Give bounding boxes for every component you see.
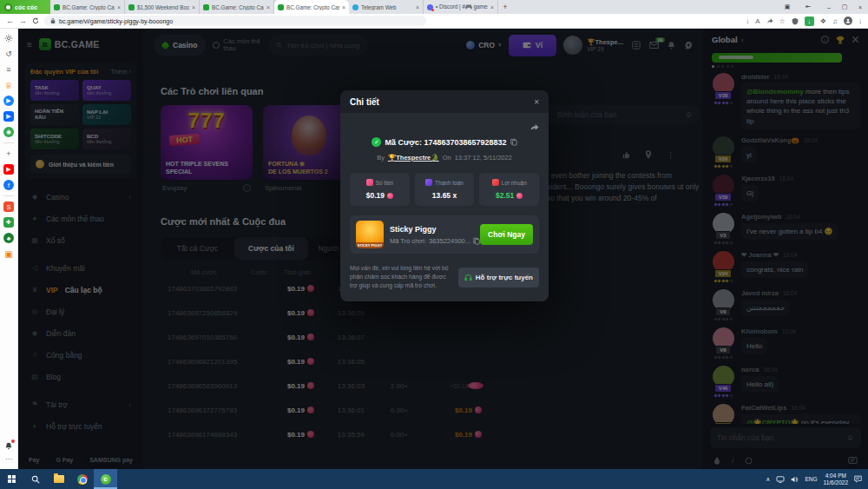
maximize-button[interactable]: ▢ xyxy=(837,3,852,10)
game-card[interactable]: 777 HOT HOT TRIPLE SEVENS SPECIAL Evopla… xyxy=(161,105,253,192)
trophy-icon[interactable] xyxy=(836,36,845,44)
chevron-right-icon[interactable]: › xyxy=(741,36,744,44)
vip-tile[interactable]: HOÀN TIỀN XẤU xyxy=(30,104,79,125)
browser-tab[interactable]: BC.Game: Crypto Casino Gan × xyxy=(200,0,274,14)
clock[interactable]: 4:04 PM 11/6/2022 xyxy=(824,472,848,486)
game-search[interactable] xyxy=(268,35,368,56)
volume-icon[interactable] xyxy=(791,476,799,483)
browser-tab[interactable]: BC.Game: Crypto Casino Gam × xyxy=(50,0,125,14)
coccoc-download-icon[interactable]: ↓ xyxy=(805,17,814,26)
adblock-shield-icon[interactable] xyxy=(792,17,799,25)
bcgame-logo[interactable]: B BC.GAME xyxy=(39,38,100,50)
casino-nav-button[interactable]: Casino xyxy=(154,35,206,56)
emoji-smiley-icon[interactable]: ☺ xyxy=(685,110,693,119)
network-icon[interactable] xyxy=(776,476,785,483)
start-button[interactable] xyxy=(0,469,23,489)
translate-icon[interactable]: A xyxy=(755,17,760,25)
bell-icon[interactable] xyxy=(667,41,675,50)
downloads-tray-icon[interactable]: ↓ xyxy=(858,17,862,25)
sidebar-menu-item[interactable]: ◁ Khuyến mãi xyxy=(18,257,143,279)
chat-username[interactable]: Ageijomyiwb xyxy=(741,213,781,221)
referral-banner[interactable]: Giới thiệu và kiếm tiền xyxy=(30,155,131,174)
tab-close-icon[interactable]: × xyxy=(192,4,195,10)
facebook-icon[interactable]: f xyxy=(3,180,14,190)
wallet-button[interactable]: Ví xyxy=(509,35,557,56)
messenger-icon[interactable]: ▶ xyxy=(3,96,14,106)
browser-tab[interactable]: $1,500 Weekend Booongo M × xyxy=(125,0,200,14)
sidebar-menu-item[interactable]: ◊ Công bằng xyxy=(18,344,143,366)
sidebar-menu-item[interactable]: ◆ Casino › xyxy=(18,186,143,208)
news-feed-icon[interactable]: ≡ xyxy=(3,64,14,75)
tab-close-icon[interactable]: × xyxy=(416,4,419,10)
language-indicator[interactable]: ENG xyxy=(805,476,817,482)
table-row[interactable]: 174863696583960013 $0.19 13:36:03 2.00× … xyxy=(161,373,483,398)
taskbar-search-button[interactable] xyxy=(23,469,47,489)
share-icon[interactable] xyxy=(529,122,539,131)
sidebar-menu-item[interactable]: ▤ Blog xyxy=(18,366,143,387)
add-app-icon[interactable]: + xyxy=(3,149,14,159)
table-row[interactable]: 174863696372775783 $0.19 13:36:01 0.00× … xyxy=(161,398,483,422)
shopee-icon[interactable]: S xyxy=(3,202,14,212)
chat-username[interactable]: Xjacerzx19 xyxy=(741,175,775,182)
share-icon[interactable] xyxy=(766,17,773,24)
mention[interactable]: @Blondemommy xyxy=(746,88,804,96)
chat-close-icon[interactable]: × xyxy=(852,32,859,48)
sidebar-menu-item[interactable]: ◖ Hỗ trợ trực tuyến xyxy=(18,415,143,437)
youtube-icon[interactable]: ▶ xyxy=(3,164,14,175)
user-profile[interactable]: 🏆Thespe... VIP 29 xyxy=(563,36,623,55)
notification-bell-icon[interactable] xyxy=(4,441,13,450)
bets-tab[interactable]: Tất cả Cược xyxy=(161,237,234,260)
table-row[interactable]: 174863697250858829 $0.19 13:36:09 xyxy=(161,301,483,325)
vip-more-link[interactable]: Thêm › xyxy=(110,68,131,76)
browser-tab[interactable]: • Discord | #🎮 games | BC G × xyxy=(424,0,498,14)
info-icon[interactable]: i xyxy=(243,184,251,192)
slash-commands-icon[interactable]: / xyxy=(732,457,733,465)
bet-slip-icon[interactable] xyxy=(632,41,641,50)
search-input[interactable] xyxy=(286,42,360,50)
like-thumb-icon[interactable] xyxy=(622,151,630,159)
hot-trends-icon[interactable]: ♕ xyxy=(3,80,14,90)
rain-tip-icon[interactable] xyxy=(713,457,720,465)
sports-nav-button[interactable]: Các môn thể thao xyxy=(213,38,261,53)
table-row[interactable]: 174863697010365760 $0.19 13:36:07 xyxy=(161,325,483,349)
dislike-pin-icon[interactable] xyxy=(645,150,652,159)
currency-selector[interactable]: CRO ▾ xyxy=(466,41,501,50)
table-row[interactable]: 174863696174698343 $0.19 13:35:59 0.00× … xyxy=(161,422,483,446)
vip-tile[interactable]: NẠP LẠI VIP 22 xyxy=(82,104,131,125)
chat-room-title[interactable]: Global xyxy=(712,35,738,44)
coccoc-button[interactable]: c xyxy=(94,469,117,489)
gif-icon[interactable] xyxy=(745,457,753,465)
close-button[interactable]: × xyxy=(852,4,868,10)
green-shop-icon[interactable]: ♣ xyxy=(3,233,14,243)
profile-avatar-icon[interactable] xyxy=(844,17,852,25)
back-button[interactable]: ← xyxy=(6,17,14,25)
table-row[interactable]: 174863696821201395 $0.19 13:36:05 xyxy=(161,349,483,373)
copy-icon[interactable] xyxy=(473,237,480,245)
sidebar-menu-item[interactable]: ⚑ Tài trợ › xyxy=(18,393,143,415)
forward-button[interactable]: → xyxy=(19,17,27,25)
bookmark-star-icon[interactable]: ☆ xyxy=(779,17,786,25)
vip-tile[interactable]: QUAY tiền thưởng xyxy=(82,80,131,101)
tab-search-icon[interactable]: ▣ xyxy=(779,3,795,10)
sidebar-menu-item[interactable]: ◉ Diễn đàn xyxy=(18,322,143,344)
history-icon[interactable]: ↺ xyxy=(3,49,14,59)
chat-username[interactable]: GodzillaVsKong🎃 xyxy=(741,136,799,144)
chat-username[interactable]: droidster xyxy=(741,73,770,81)
chat-input[interactable]: ☺ xyxy=(710,427,861,448)
chat-rules-icon[interactable] xyxy=(848,457,858,464)
copy-icon[interactable] xyxy=(510,138,517,146)
tab-close-icon[interactable]: × xyxy=(266,4,270,10)
games-gamepad-icon[interactable]: ◉ xyxy=(3,127,14,137)
settings-gear-icon[interactable] xyxy=(3,33,14,43)
hamburger-menu-icon[interactable]: ≡ xyxy=(27,40,32,50)
modal-close-icon[interactable]: × xyxy=(534,97,539,107)
browser-tab[interactable]: Telegram Web × xyxy=(349,0,424,14)
coccoc-brand[interactable]: cốc cốc xyxy=(0,0,50,14)
emoji-smiley-icon[interactable]: ☺ xyxy=(846,433,854,442)
sidebar-menu-item[interactable]: ♛ VIP Câu lạc bộ xyxy=(18,279,143,301)
action-center-icon[interactable] xyxy=(854,475,862,483)
cart-icon[interactable]: ▣ xyxy=(3,248,14,259)
tab-close-icon[interactable]: × xyxy=(117,4,121,10)
media-icon[interactable]: ♫ xyxy=(832,17,838,25)
chrome-button[interactable] xyxy=(70,469,94,489)
